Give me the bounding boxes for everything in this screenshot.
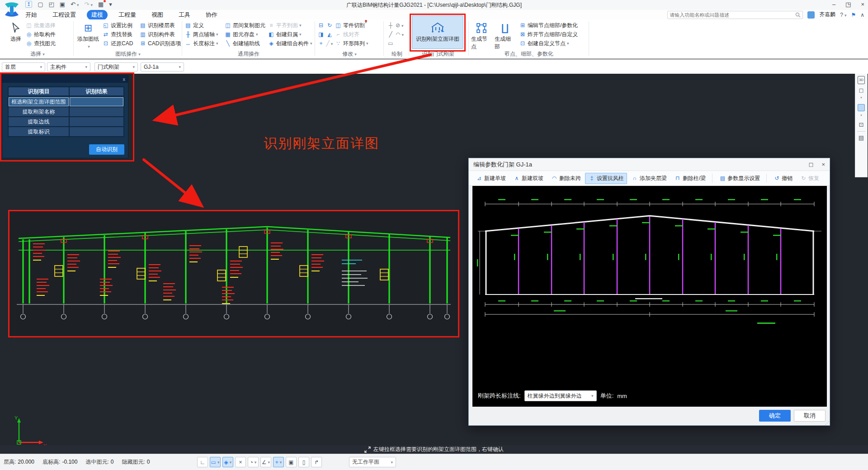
workplane-dropdown[interactable]: 无工作平面: [349, 457, 396, 467]
select-button[interactable]: 选择: [4, 21, 28, 43]
draw-line-icon[interactable]: ╱: [387, 31, 394, 38]
redo-icon[interactable]: ↷: [85, 1, 93, 8]
user-name[interactable]: 齐嘉麟: [819, 11, 835, 19]
identify-floor-table-button[interactable]: ▤识别楼层表: [139, 21, 181, 30]
align-to-face-button[interactable]: ≡平齐到面: [268, 21, 312, 30]
point-snap-icon[interactable]: +: [273, 457, 284, 467]
copy-between-floors-button[interactable]: ◫层间复制图元: [224, 21, 265, 30]
table-row-extract-name[interactable]: 提取刚架名称: [8, 107, 124, 117]
tab-start[interactable]: 开始: [21, 10, 42, 20]
dialog-restore-icon[interactable]: ◻: [809, 161, 814, 168]
help-icon[interactable]: ?: [840, 12, 846, 18]
circular-array-button[interactable]: ∵环形阵列: [335, 39, 368, 48]
add-mezzanine-beam-button[interactable]: ∩添加夹层梁: [628, 173, 670, 184]
create-combo-member-button[interactable]: ◈创建组合构件: [268, 39, 312, 48]
restore-cad-button[interactable]: ⊡还原CAD: [102, 39, 133, 48]
group-label-modify[interactable]: 修改: [317, 50, 382, 57]
wireframe-cube-icon[interactable]: ◻: [859, 87, 864, 94]
app-logo-icon[interactable]: [3, 1, 21, 19]
create-aux-line-button[interactable]: ╲创建辅助线: [224, 39, 265, 48]
pick-member-button[interactable]: ◎拾取构件: [25, 30, 56, 39]
identify-member-table-button[interactable]: ▥识别构件表: [139, 30, 181, 39]
table-row-extract-mark[interactable]: 提取标识: [8, 127, 124, 137]
group-label-select[interactable]: 选择: [4, 50, 71, 57]
publish-icon[interactable]: ↥: [25, 1, 32, 8]
corner-snap-icon[interactable]: ↱: [311, 457, 322, 467]
ortho-toggle-icon[interactable]: ∟: [197, 457, 208, 467]
collapse-ribbon-icon[interactable]: ∧: [860, 12, 864, 18]
define-button[interactable]: ▤定义: [184, 21, 218, 30]
draw-point-icon[interactable]: ┼: [387, 22, 394, 28]
cancel-button[interactable]: 取消: [794, 410, 826, 422]
parameter-display-settings-button[interactable]: ▤参数显示设置: [716, 173, 763, 184]
draw-rect-icon[interactable]: ▭: [387, 40, 394, 47]
cad-identify-options-button[interactable]: ⊞CAD识别选项: [139, 39, 181, 48]
new-single-slope-button[interactable]: ⊿新建单坡: [472, 173, 509, 184]
new-file-icon[interactable]: ▢: [38, 1, 43, 8]
save-icon[interactable]: ▣: [60, 1, 65, 8]
angle-snap-icon[interactable]: ∠: [260, 457, 271, 467]
set-wind-column-button[interactable]: ‡设置抗风柱: [585, 173, 627, 184]
edit-node-detail-button[interactable]: ⊞编辑节点细部/参数化: [519, 21, 578, 30]
member-type-dropdown[interactable]: 主构件: [47, 62, 90, 71]
batch-select-button[interactable]: ◫批量选择: [25, 21, 56, 30]
span-dimension-dropdown[interactable]: 柱翼缘外边到翼缘外边: [524, 390, 597, 401]
minimize-button[interactable]: –: [832, 1, 835, 8]
restore-button[interactable]: ◳: [845, 1, 851, 8]
draw-arc-icon[interactable]: ◠: [396, 31, 403, 38]
length-dimension-button[interactable]: ↔长度标注: [184, 39, 218, 48]
two-point-aux-axis-button[interactable]: ╫两点辅轴: [184, 30, 218, 39]
more-commands-icon[interactable]: ▾: [109, 1, 112, 8]
group-label-drawing-ops[interactable]: 图纸操作: [76, 50, 180, 57]
open-file-icon[interactable]: ◰: [49, 1, 54, 8]
delete-column-beam-button[interactable]: ⊓删除柱/梁: [671, 173, 709, 184]
line-align-button[interactable]: ⌐线对齐: [335, 30, 359, 39]
display-settings-icon[interactable]: ▤: [859, 135, 864, 141]
function-search[interactable]: [667, 11, 803, 19]
auto-identify-button[interactable]: 自动识别: [89, 144, 124, 155]
set-scale-button[interactable]: ◱设置比例: [102, 21, 133, 30]
identify-portal-frame-elevation-button[interactable]: 识别刚架立面详图: [412, 15, 463, 49]
trim-icon[interactable]: ╱: [326, 40, 333, 47]
ok-button[interactable]: 确定: [759, 410, 791, 422]
tab-project-settings[interactable]: 工程设置: [48, 10, 80, 20]
move-icon[interactable]: +: [317, 40, 325, 47]
element-category-dropdown[interactable]: 门式刚架: [94, 62, 138, 71]
dialog-redo-button[interactable]: ↻恢复: [797, 173, 822, 184]
generate-nodes-button[interactable]: 生成节点: [471, 21, 492, 51]
tab-collaboration[interactable]: 协作: [201, 10, 222, 20]
new-double-slope-button[interactable]: ∧新建双坡: [510, 173, 547, 184]
parallel-snap-icon[interactable]: ▯: [298, 457, 309, 467]
copy-icon[interactable]: ◨: [317, 31, 325, 38]
view-mode-cube-icon[interactable]: ◈: [222, 457, 233, 467]
user-avatar[interactable]: [807, 11, 815, 19]
draw-circle-icon[interactable]: ⊘: [396, 22, 403, 28]
view-table-icon[interactable]: ▦: [98, 1, 104, 8]
add-drawing-button[interactable]: ⊞ 添加图纸: [76, 21, 100, 49]
tab-tools[interactable]: 工具: [174, 10, 195, 20]
floor-dropdown[interactable]: 首层: [2, 62, 45, 71]
table-row-extract-edge[interactable]: 提取边线: [8, 117, 124, 127]
undo-icon[interactable]: ↶: [71, 1, 79, 8]
mirror-icon[interactable]: ◭: [326, 31, 333, 38]
create-custom-node-button[interactable]: ⊡创建自定义节点: [519, 39, 578, 48]
create-ownership-button[interactable]: ◧创建归属: [268, 30, 312, 39]
rotation-snap-icon[interactable]: ◔: [248, 457, 259, 467]
object-snap-icon[interactable]: ▣: [286, 457, 297, 467]
cross-select-icon[interactable]: ×: [235, 457, 246, 467]
delete-end-span-button[interactable]: ◠删除未跨: [547, 173, 584, 184]
shaded-cube-icon[interactable]: [858, 104, 865, 111]
find-replace-button[interactable]: ⇄查找替换: [102, 30, 133, 39]
tab-quantity[interactable]: 工程量: [114, 10, 141, 20]
tab-modeling[interactable]: 建模: [87, 10, 108, 20]
frame-preview-canvas[interactable]: 刚架跨长标注线: 柱翼缘外边到翼缘外边 单位: mm: [472, 186, 827, 407]
table-row-select-range[interactable]: 框选刚架立面详图范围: [8, 97, 124, 107]
explode-node-detail-button[interactable]: ⊠炸开节点细部/自定义: [519, 30, 578, 39]
dialog-undo-button[interactable]: ↺撤销: [770, 173, 796, 184]
view-3d-icon[interactable]: 3D: [858, 76, 865, 84]
tab-view[interactable]: 视图: [147, 10, 168, 20]
zoom-fit-icon[interactable]: ⊡: [859, 122, 864, 128]
search-input[interactable]: [670, 12, 795, 18]
dialog-close-icon[interactable]: ×: [821, 161, 825, 168]
save-element-button[interactable]: ▦图元存盘: [224, 30, 265, 39]
